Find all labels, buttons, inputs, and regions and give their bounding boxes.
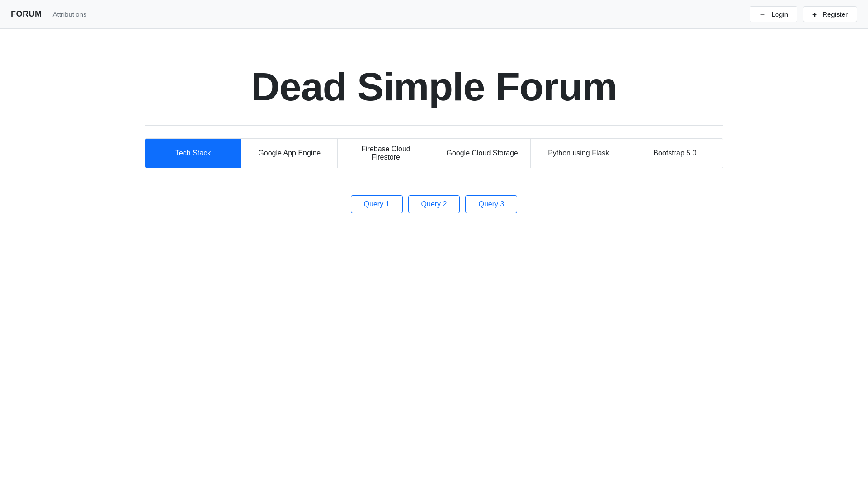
navbar-right: Login Register: [750, 6, 857, 22]
divider: [145, 125, 723, 126]
tab-google-app-engine[interactable]: Google App Engine: [241, 139, 338, 168]
tab-python-using-flask[interactable]: Python using Flask: [531, 139, 627, 168]
navbar-brand: FORUM: [11, 9, 42, 19]
query-1-button[interactable]: Query 1: [351, 195, 403, 213]
main-content: Dead Simple Forum Tech Stack Google App …: [0, 29, 868, 213]
tab-firebase-cloud-firestore[interactable]: Firebase Cloud Firestore: [338, 139, 434, 168]
signin-icon: [759, 10, 768, 18]
tab-google-cloud-storage[interactable]: Google Cloud Storage: [434, 139, 531, 168]
navbar: FORUM Attributions Login Register: [0, 0, 868, 29]
login-label: Login: [771, 10, 788, 18]
register-icon: [812, 10, 819, 18]
attributions-link[interactable]: Attributions: [53, 10, 87, 18]
register-label: Register: [822, 10, 848, 18]
query-2-button[interactable]: Query 2: [408, 195, 460, 213]
navbar-left: FORUM Attributions: [11, 9, 87, 19]
query-buttons: Query 1 Query 2 Query 3: [351, 195, 518, 213]
page-title: Dead Simple Forum: [251, 65, 617, 109]
login-button[interactable]: Login: [750, 6, 797, 22]
query-3-button[interactable]: Query 3: [465, 195, 517, 213]
tab-tech-stack[interactable]: Tech Stack: [145, 139, 241, 168]
register-button[interactable]: Register: [803, 6, 857, 22]
tab-bootstrap-5[interactable]: Bootstrap 5.0: [627, 139, 723, 168]
tabs-container: Tech Stack Google App Engine Firebase Cl…: [145, 138, 723, 168]
